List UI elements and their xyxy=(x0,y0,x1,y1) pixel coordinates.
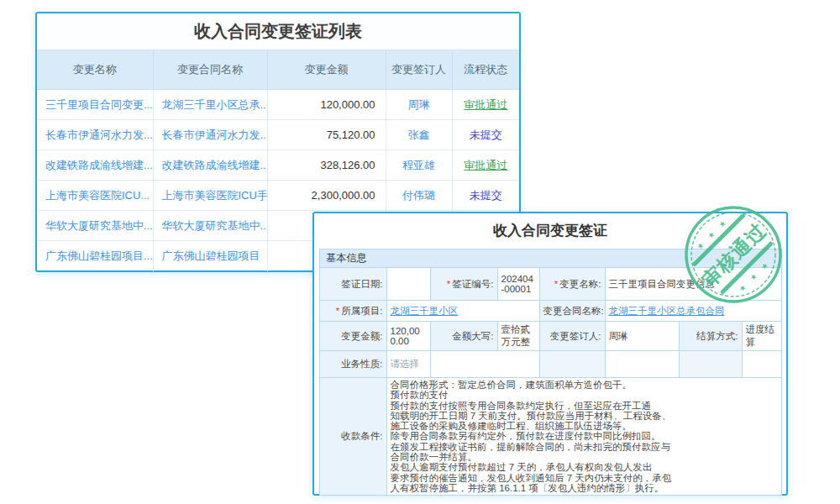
empty-cell xyxy=(679,351,742,378)
project-link[interactable]: 龙湖三千里小区 xyxy=(391,306,459,316)
select-placeholder: 请选择 xyxy=(391,359,420,369)
business-nature-label: 业务性质: xyxy=(319,351,386,378)
amount-label: 变更金额: xyxy=(319,322,386,351)
table-row[interactable]: 三千里项目合同变更... 龙湖三千里小区总承... 120,000.00 周琳 … xyxy=(37,90,519,120)
table-header-row: 变更名称 变更合同名称 变更金额 变更签订人 流程状态 xyxy=(37,50,519,90)
empty-cell xyxy=(430,351,539,378)
change-amount: 120,000.00 xyxy=(267,90,386,120)
change-amount: 328,126.00 xyxy=(267,150,386,181)
col-header-change-signer: 变更签订人 xyxy=(386,50,452,90)
contract-name-link[interactable]: 广东佛山碧桂园项目 xyxy=(153,241,267,271)
project-field: 龙湖三千里小区 xyxy=(386,301,539,322)
change-name-link[interactable]: 三千里项目合同变更... xyxy=(37,90,153,120)
page: 收入合同变更签证列表 变更名称 变更合同名称 变更金额 变更签订人 流程状态 三… xyxy=(0,0,840,504)
change-signer: 周琳 xyxy=(386,90,452,120)
receipt-terms-label: 收款条件: xyxy=(319,378,386,496)
signer-field[interactable]: 周琳 xyxy=(605,322,679,351)
change-signer: 张鑫 xyxy=(386,120,452,150)
contract-name-link[interactable]: 华软大厦研究基地中... xyxy=(153,211,267,241)
required-asterisk: * xyxy=(336,306,339,316)
change-name-link[interactable]: 上海市美容医院ICU... xyxy=(37,181,153,211)
project-label: *所属项目: xyxy=(319,301,386,322)
change-signer: 程亚雄 xyxy=(386,150,452,181)
settlement-field[interactable]: 进度结算 xyxy=(742,322,781,351)
receipt-terms-field[interactable]: 合同价格形式：暂定总价合同，建筑面积单方造价包干。 预付款的支付 预付款的支付按… xyxy=(386,378,781,496)
table-row[interactable]: 长春市伊通河水力发... 长春市伊通河水力发... 75,120.00 张鑫 未… xyxy=(37,120,519,150)
col-header-change-name: 变更名称 xyxy=(37,50,153,90)
visa-date-field[interactable] xyxy=(386,268,430,301)
col-header-change-amount: 变更金额 xyxy=(267,50,386,90)
status-text[interactable]: 未提交 xyxy=(452,120,519,150)
empty-cell xyxy=(605,351,679,378)
change-name-link[interactable]: 长春市伊通河水力发... xyxy=(37,120,153,150)
visa-no-field[interactable]: 202404-00001 xyxy=(497,268,539,301)
settlement-label: 结算方式: xyxy=(679,322,742,351)
visa-no-label: *签证编号: xyxy=(430,268,497,301)
contract-name-label: 变更合同名称: xyxy=(539,301,605,322)
required-asterisk: * xyxy=(554,279,558,289)
contract-name-link[interactable]: 龙湖三千里小区总承... xyxy=(153,90,267,120)
contract-name-link[interactable]: 长春市伊通河水力发... xyxy=(153,120,267,150)
status-link[interactable]: 审批通过 xyxy=(452,90,519,120)
table-row[interactable]: 上海市美容医院ICU... 上海市美容医院ICU手... 2,300,000.0… xyxy=(37,181,519,211)
change-name-link[interactable]: 广东佛山碧桂园项目... xyxy=(37,241,153,271)
amount-words-field: 壹拾贰万元整 xyxy=(497,322,539,351)
contract-name-link[interactable]: 改建铁路成渝线增建... xyxy=(153,150,267,181)
status-text[interactable]: 未提交 xyxy=(452,181,519,211)
amount-words-label: 金额大写: xyxy=(430,322,497,351)
change-amount: 75,120.00 xyxy=(267,120,386,150)
signer-label: 变更签订人: xyxy=(539,322,605,351)
required-asterisk: * xyxy=(447,279,450,289)
empty-cell xyxy=(539,351,605,378)
empty-cell xyxy=(742,351,781,378)
change-amount: 2,300,000.00 xyxy=(267,181,386,211)
change-name-link[interactable]: 华软大厦研究基地中... xyxy=(37,211,153,241)
col-header-process-status: 流程状态 xyxy=(452,50,519,90)
list-title: 收入合同变更签证列表 xyxy=(37,13,519,50)
change-signer: 付伟璐 xyxy=(386,181,452,211)
col-header-contract-name: 变更合同名称 xyxy=(153,50,267,90)
approval-stamp: 审核通过 ★ ★ ★ ★ ★ ★ xyxy=(679,200,788,309)
table-row[interactable]: 改建铁路成渝线增建... 改建铁路成渝线增建... 328,126.00 程亚雄… xyxy=(37,150,519,181)
change-name-link[interactable]: 改建铁路成渝线增建... xyxy=(37,150,153,181)
status-link[interactable]: 审批通过 xyxy=(452,150,519,181)
change-name-label: *变更名称: xyxy=(539,268,605,301)
visa-date-label: 签证日期: xyxy=(319,268,386,301)
business-nature-select[interactable]: 请选择 xyxy=(386,351,430,378)
amount-field[interactable]: 120,000.00 xyxy=(386,322,430,351)
contract-name-link[interactable]: 上海市美容医院ICU手... xyxy=(153,181,267,211)
